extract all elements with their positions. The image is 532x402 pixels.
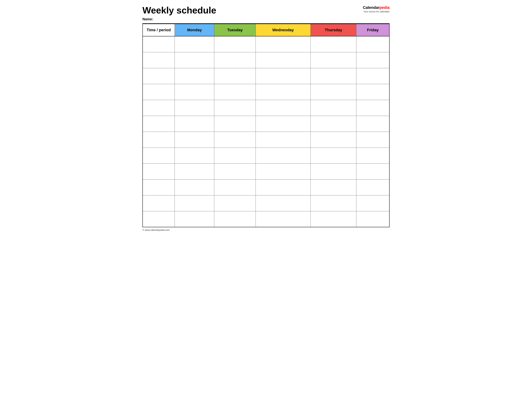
col-header-thursday: Thursday [310,24,356,36]
schedule-cell[interactable] [310,195,356,211]
schedule-cell[interactable] [256,179,310,195]
schedule-cell[interactable] [175,68,214,84]
schedule-cell[interactable] [175,52,214,68]
schedule-table: Time / period Monday Tuesday Wednesday T… [142,24,390,227]
schedule-cell[interactable] [356,52,389,68]
schedule-cell[interactable] [256,148,310,163]
schedule-cell[interactable] [256,84,310,100]
schedule-cell[interactable] [214,100,256,116]
table-row [143,163,389,179]
logo-calendar-part: Calendar [363,5,379,10]
col-header-monday: Monday [175,24,214,36]
table-row [143,148,389,163]
schedule-cell[interactable] [310,100,356,116]
time-cell[interactable] [143,211,175,227]
schedule-cell[interactable] [175,163,214,179]
col-header-tuesday: Tuesday [214,24,256,36]
schedule-cell[interactable] [175,211,214,227]
table-row [143,195,389,211]
schedule-cell[interactable] [175,195,214,211]
page-wrapper: Weekly schedule Name: Calendarpedia Your… [142,5,390,231]
schedule-cell[interactable] [175,36,214,52]
logo-section: Calendarpedia Your source for calendars [363,5,390,13]
schedule-cell[interactable] [175,84,214,100]
time-cell[interactable] [143,163,175,179]
time-cell[interactable] [143,100,175,116]
header-row: Weekly schedule Name: Calendarpedia Your… [142,5,390,21]
time-cell[interactable] [143,84,175,100]
schedule-cell[interactable] [310,163,356,179]
time-cell[interactable] [143,36,175,52]
logo-pedia-part: pedia [380,5,390,10]
schedule-cell[interactable] [310,179,356,195]
schedule-cell[interactable] [256,116,310,132]
time-cell[interactable] [143,132,175,148]
schedule-cell[interactable] [175,148,214,163]
schedule-cell[interactable] [310,84,356,100]
schedule-cell[interactable] [214,116,256,132]
col-header-wednesday: Wednesday [256,24,310,36]
schedule-cell[interactable] [310,52,356,68]
schedule-cell[interactable] [214,52,256,68]
schedule-cell[interactable] [256,163,310,179]
schedule-cell[interactable] [356,68,389,84]
time-cell[interactable] [143,179,175,195]
schedule-cell[interactable] [214,148,256,163]
schedule-cell[interactable] [310,211,356,227]
schedule-cell[interactable] [256,36,310,52]
footer-url: © www.calendarpedia.com [142,229,390,231]
title-section: Weekly schedule Name: [142,5,216,21]
schedule-cell[interactable] [256,211,310,227]
schedule-cell[interactable] [356,148,389,163]
schedule-cell[interactable] [256,100,310,116]
schedule-cell[interactable] [356,116,389,132]
schedule-cell[interactable] [310,116,356,132]
time-cell[interactable] [143,52,175,68]
schedule-cell[interactable] [256,132,310,148]
table-row [143,84,389,100]
time-cell[interactable] [143,148,175,163]
schedule-cell[interactable] [356,100,389,116]
schedule-cell[interactable] [356,132,389,148]
table-row [143,68,389,84]
table-row [143,179,389,195]
schedule-cell[interactable] [356,84,389,100]
schedule-cell[interactable] [356,36,389,52]
logo-text: Calendarpedia [363,5,390,10]
schedule-cell[interactable] [214,132,256,148]
schedule-cell[interactable] [175,116,214,132]
schedule-cell[interactable] [256,195,310,211]
schedule-cell[interactable] [175,179,214,195]
schedule-cell[interactable] [214,195,256,211]
time-cell[interactable] [143,116,175,132]
schedule-cell[interactable] [214,211,256,227]
logo-tagline: Your source for calendars [363,10,390,13]
schedule-cell[interactable] [310,36,356,52]
schedule-cell[interactable] [214,179,256,195]
schedule-cell[interactable] [256,68,310,84]
schedule-cell[interactable] [310,148,356,163]
schedule-body [143,36,389,227]
time-cell[interactable] [143,68,175,84]
time-cell[interactable] [143,195,175,211]
schedule-cell[interactable] [175,132,214,148]
table-row [143,211,389,227]
table-row [143,52,389,68]
schedule-cell[interactable] [214,68,256,84]
schedule-cell[interactable] [256,52,310,68]
schedule-cell[interactable] [356,179,389,195]
schedule-cell[interactable] [175,100,214,116]
schedule-cell[interactable] [214,84,256,100]
col-header-friday: Friday [356,24,389,36]
schedule-cell[interactable] [310,68,356,84]
schedule-cell[interactable] [214,36,256,52]
schedule-cell[interactable] [214,163,256,179]
schedule-cell[interactable] [356,195,389,211]
table-row [143,100,389,116]
schedule-cell[interactable] [356,163,389,179]
schedule-cell[interactable] [356,211,389,227]
schedule-cell[interactable] [310,132,356,148]
table-row [143,36,389,52]
table-header-row: Time / period Monday Tuesday Wednesday T… [143,24,389,36]
table-row [143,132,389,148]
